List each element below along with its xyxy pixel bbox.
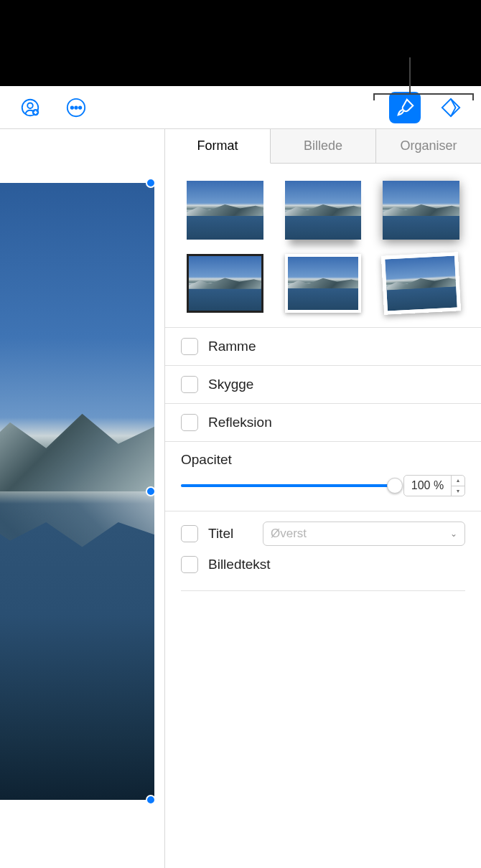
selection-handle-mid-right[interactable] bbox=[146, 486, 156, 496]
top-black-region bbox=[0, 0, 481, 86]
frame-checkbox[interactable] bbox=[181, 338, 198, 355]
opacity-step-up[interactable]: ▴ bbox=[452, 476, 464, 486]
opacity-value-stepper[interactable]: 100 % ▴ ▾ bbox=[403, 475, 465, 496]
svg-point-4 bbox=[71, 106, 73, 108]
format-inspector-button[interactable] bbox=[389, 92, 421, 123]
svg-point-6 bbox=[79, 106, 81, 108]
chevron-down-icon: ⌄ bbox=[450, 529, 457, 539]
toolbar bbox=[0, 86, 481, 129]
style-preset-reflection[interactable] bbox=[285, 181, 362, 240]
svg-point-1 bbox=[27, 103, 33, 108]
shadow-section: Skygge bbox=[165, 365, 481, 403]
selected-image[interactable] bbox=[0, 183, 154, 800]
opacity-slider[interactable] bbox=[181, 477, 395, 494]
collaborate-icon bbox=[19, 97, 41, 118]
shadow-label: Skygge bbox=[208, 377, 253, 392]
reflection-label: Refleksion bbox=[208, 415, 272, 430]
style-preset-shadow[interactable] bbox=[383, 181, 459, 240]
opacity-label: Opacitet bbox=[181, 452, 465, 468]
section-divider bbox=[181, 590, 465, 591]
style-preset-black-frame[interactable] bbox=[187, 254, 263, 313]
inspector-tabs: Format Billede Organiser bbox=[165, 129, 481, 164]
shadow-checkbox[interactable] bbox=[181, 376, 198, 393]
opacity-section: Opacitet 100 % ▴ ▾ bbox=[165, 441, 481, 511]
format-inspector: Format Billede Organiser Ramme Skygge bbox=[165, 129, 481, 868]
caption-checkbox[interactable] bbox=[181, 556, 198, 573]
selection-handle-bottom-right[interactable] bbox=[146, 795, 156, 805]
image-style-presets bbox=[165, 164, 481, 327]
animate-inspector-button[interactable] bbox=[435, 92, 467, 123]
opacity-slider-thumb[interactable] bbox=[387, 478, 403, 494]
paintbrush-icon bbox=[394, 97, 416, 118]
frame-section: Ramme bbox=[165, 327, 481, 365]
reflection-checkbox[interactable] bbox=[181, 414, 198, 431]
tab-image[interactable]: Billede bbox=[271, 129, 376, 163]
frame-label: Ramme bbox=[208, 339, 256, 354]
style-preset-polaroid[interactable] bbox=[381, 252, 461, 315]
collaborate-button[interactable] bbox=[14, 92, 46, 123]
reflection-section: Refleksion bbox=[165, 403, 481, 441]
document-canvas[interactable] bbox=[0, 129, 165, 868]
tab-format[interactable]: Format bbox=[165, 129, 271, 164]
opacity-value[interactable]: 100 % bbox=[404, 476, 452, 496]
selection-handle-top-right[interactable] bbox=[146, 178, 156, 188]
style-preset-white-frame[interactable] bbox=[285, 254, 362, 313]
opacity-step-down[interactable]: ▾ bbox=[452, 486, 464, 496]
photo-mountain-lake bbox=[0, 183, 154, 800]
title-label: Titel bbox=[208, 526, 253, 542]
more-button[interactable] bbox=[60, 92, 92, 123]
title-position-select[interactable]: Øverst ⌄ bbox=[263, 522, 465, 546]
caption-label: Billedtekst bbox=[208, 557, 271, 572]
diamond-icon bbox=[440, 97, 462, 118]
more-icon bbox=[65, 97, 87, 118]
title-checkbox[interactable] bbox=[181, 525, 198, 542]
style-preset-none[interactable] bbox=[187, 181, 263, 240]
title-caption-section: Titel Øverst ⌄ Billedtekst bbox=[165, 511, 481, 588]
tab-organize[interactable]: Organiser bbox=[376, 129, 481, 163]
svg-point-5 bbox=[75, 106, 77, 108]
title-position-value: Øverst bbox=[271, 527, 307, 541]
